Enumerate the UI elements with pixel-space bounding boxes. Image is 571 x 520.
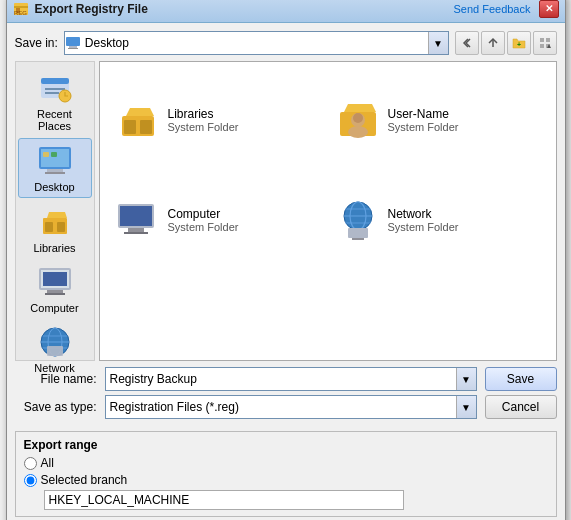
- svg-rect-22: [51, 152, 57, 157]
- svg-rect-39: [140, 120, 152, 134]
- sidebar-item-computer[interactable]: Computer: [18, 260, 92, 318]
- save-in-select-inner: [65, 35, 81, 51]
- file-item-computer[interactable]: Computer System Folder: [108, 170, 328, 270]
- views-button[interactable]: [533, 31, 557, 55]
- svg-rect-5: [69, 46, 77, 48]
- filename-value: Registry Backup: [106, 372, 456, 386]
- up-icon: [486, 36, 500, 50]
- cancel-button[interactable]: Cancel: [485, 395, 557, 419]
- sidebar-item-libraries[interactable]: Libraries: [18, 200, 92, 258]
- username-file-icon: [336, 98, 380, 142]
- radio-selected[interactable]: [24, 474, 37, 487]
- network-icon: [37, 324, 73, 360]
- libraries-file-type: System Folder: [168, 121, 239, 133]
- new-folder-button[interactable]: +: [507, 31, 531, 55]
- svg-rect-18: [41, 149, 69, 167]
- computer-file-name: Computer: [168, 207, 239, 221]
- svg-rect-15: [45, 92, 59, 94]
- svg-rect-19: [47, 169, 63, 172]
- computer-file-type: System Folder: [168, 221, 239, 233]
- dialog-body: Save in: Desktop ▼: [7, 23, 565, 520]
- svg-rect-30: [43, 272, 67, 286]
- svg-rect-9: [546, 38, 550, 42]
- save-cancel-buttons: Save Cancel: [485, 367, 557, 419]
- svg-rect-24: [45, 222, 53, 232]
- svg-rect-6: [68, 48, 78, 49]
- network-file-name: Network: [388, 207, 459, 221]
- toolbar-buttons: +: [455, 31, 557, 55]
- svg-rect-53: [348, 228, 368, 238]
- computer-file-info: Computer System Folder: [168, 207, 239, 233]
- sidebar: Recent Places: [15, 61, 95, 361]
- network-file-info: Network System Folder: [388, 207, 459, 233]
- bottom-area: File name: Registry Backup ▼ Save as typ…: [15, 367, 557, 517]
- svg-rect-21: [43, 152, 49, 157]
- radio-all-label[interactable]: All: [41, 456, 54, 470]
- title-bar-left: REG Export Registry File: [13, 1, 148, 17]
- file-item-username[interactable]: User-Name System Folder: [328, 70, 548, 170]
- svg-rect-20: [45, 172, 65, 174]
- filename-select[interactable]: Registry Backup ▼: [105, 367, 477, 391]
- desktop-small-icon: [65, 35, 81, 51]
- desktop-icon: [37, 143, 73, 179]
- close-button[interactable]: ✕: [539, 0, 559, 18]
- title-bar: REG Export Registry File Send Feedback ✕: [7, 0, 565, 23]
- file-area: Libraries System Folder: [99, 61, 557, 361]
- sidebar-label-desktop: Desktop: [34, 181, 74, 193]
- svg-rect-14: [45, 88, 65, 90]
- savetype-row: Save as type: Registration Files (*.reg)…: [15, 395, 477, 419]
- username-file-type: System Folder: [388, 121, 459, 133]
- radio-all-row: All: [24, 456, 548, 470]
- up-button[interactable]: [481, 31, 505, 55]
- export-registry-dialog: REG Export Registry File Send Feedback ✕…: [6, 0, 566, 520]
- send-feedback-link[interactable]: Send Feedback: [453, 3, 530, 15]
- title-controls: Send Feedback ✕: [453, 0, 558, 18]
- svg-rect-45: [120, 206, 152, 226]
- network-file-type: System Folder: [388, 221, 459, 233]
- savetype-label: Save as type:: [15, 400, 105, 414]
- savetype-dropdown-arrow[interactable]: ▼: [456, 396, 476, 418]
- save-in-dropdown-arrow[interactable]: ▼: [428, 32, 448, 54]
- svg-rect-29: [45, 293, 65, 295]
- save-in-value: Desktop: [81, 36, 428, 50]
- sidebar-label-libraries: Libraries: [33, 242, 75, 254]
- save-button[interactable]: Save: [485, 367, 557, 391]
- radio-all[interactable]: [24, 457, 37, 470]
- dialog-title: Export Registry File: [35, 2, 148, 16]
- svg-rect-36: [47, 346, 63, 356]
- savetype-select[interactable]: Registration Files (*.reg) ▼: [105, 395, 477, 419]
- computer-icon: [37, 264, 73, 300]
- file-item-libraries[interactable]: Libraries System Folder: [108, 70, 328, 170]
- sidebar-item-recent-places[interactable]: Recent Places: [18, 66, 92, 136]
- sidebar-label-computer: Computer: [30, 302, 78, 314]
- svg-rect-46: [128, 228, 144, 232]
- svg-rect-54: [352, 238, 364, 240]
- computer-file-icon: [116, 198, 160, 242]
- filename-dropdown-arrow[interactable]: ▼: [456, 368, 476, 390]
- svg-rect-4: [66, 37, 80, 46]
- save-in-label: Save in:: [15, 36, 58, 50]
- filename-label: File name:: [15, 372, 105, 386]
- radio-selected-row: Selected branch: [24, 473, 548, 487]
- network-file-icon: [336, 198, 380, 242]
- fields-col: File name: Registry Backup ▼ Save as typ…: [15, 367, 477, 423]
- svg-text:+: +: [516, 41, 520, 48]
- svg-rect-47: [124, 232, 148, 234]
- svg-rect-28: [47, 290, 63, 293]
- sidebar-item-desktop[interactable]: Desktop: [18, 138, 92, 198]
- views-icon: [538, 36, 552, 50]
- radio-selected-label[interactable]: Selected branch: [41, 473, 128, 487]
- save-in-select[interactable]: Desktop ▼: [64, 31, 449, 55]
- libraries-file-icon: [116, 98, 160, 142]
- branch-text: HKEY_LOCAL_MACHINE: [44, 490, 404, 510]
- back-button[interactable]: [455, 31, 479, 55]
- username-file-name: User-Name: [388, 107, 459, 121]
- svg-rect-13: [41, 78, 69, 84]
- title-icon: REG: [13, 1, 29, 17]
- filename-row: File name: Registry Backup ▼: [15, 367, 477, 391]
- main-area: Recent Places: [15, 61, 557, 361]
- file-item-network[interactable]: Network System Folder: [328, 170, 548, 270]
- libraries-file-info: Libraries System Folder: [168, 107, 239, 133]
- svg-rect-25: [57, 222, 65, 232]
- export-range-group: Export range All Selected branch HKEY_LO…: [15, 431, 557, 517]
